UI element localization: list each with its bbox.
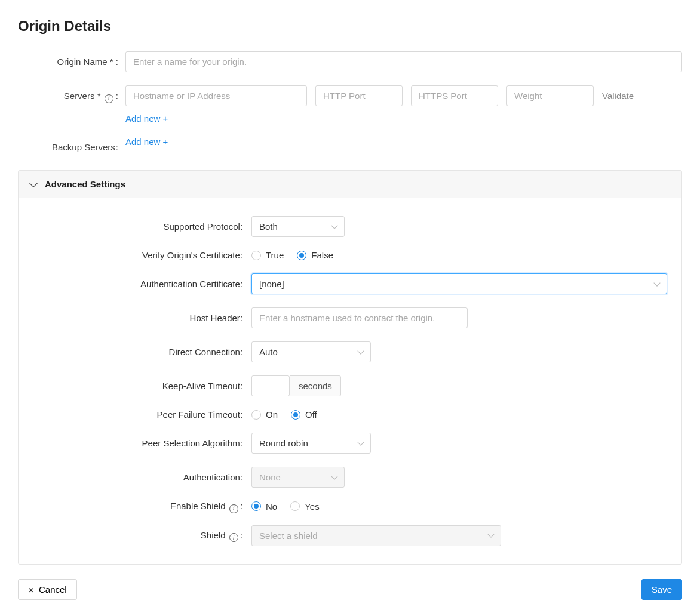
origin-name-label: Origin Name :: [18, 51, 125, 67]
supported-protocol-select[interactable]: Both: [251, 216, 345, 237]
host-header-input[interactable]: [251, 307, 468, 328]
peer-selection-label: Peer Selection Algorithm: [30, 438, 251, 448]
keep-alive-input[interactable]: [251, 375, 290, 396]
servers-label: Servers i :: [18, 85, 125, 102]
verify-cert-true-radio[interactable]: True: [251, 250, 284, 260]
validate-link[interactable]: Validate: [602, 91, 634, 101]
keep-alive-label: Keep-Alive Timeout: [30, 381, 251, 391]
info-icon[interactable]: i: [229, 533, 238, 542]
chevron-down-icon: [357, 439, 364, 445]
authentication-select[interactable]: None: [251, 467, 345, 488]
origin-name-input[interactable]: [125, 51, 682, 72]
page-title: Origin Details: [18, 18, 682, 35]
server-weight-input[interactable]: [506, 85, 594, 106]
footer-actions: Cancel Save: [18, 579, 682, 600]
enable-shield-label: Enable Shield i :: [30, 501, 251, 512]
chevron-down-icon: [331, 222, 337, 229]
chevron-down-icon: [331, 473, 337, 479]
authentication-label: Authentication: [30, 472, 251, 482]
add-backup-server-link[interactable]: Add new +: [125, 137, 168, 147]
server-entry: Validate: [125, 85, 682, 106]
peer-failure-on-radio[interactable]: On: [251, 409, 278, 420]
auth-cert-label: Authentication Certificate: [30, 279, 251, 289]
supported-protocol-label: Supported Protocol: [30, 221, 251, 232]
advanced-settings-toggle[interactable]: Advanced Settings: [19, 171, 681, 198]
info-icon[interactable]: i: [229, 504, 238, 513]
save-button[interactable]: Save: [641, 579, 682, 600]
servers-row: Servers i : Validate Add new +: [18, 85, 682, 124]
peer-selection-select[interactable]: Round robin: [251, 433, 371, 454]
advanced-settings-panel: Advanced Settings Supported Protocol Bot…: [18, 170, 682, 565]
verify-cert-label: Verify Origin's Certificate: [30, 250, 251, 260]
verify-cert-radio-group: True False: [251, 250, 333, 260]
backup-servers-row: Backup Servers Add new +: [18, 137, 682, 152]
direct-connection-label: Direct Connection: [30, 347, 251, 357]
chevron-down-icon: [487, 531, 494, 537]
chevron-down-icon: [357, 347, 364, 354]
chevron-down-icon: [29, 178, 38, 187]
cancel-button[interactable]: Cancel: [18, 579, 77, 600]
peer-failure-label: Peer Failure Timeout: [30, 409, 251, 420]
verify-cert-false-radio[interactable]: False: [297, 250, 333, 260]
keep-alive-group: seconds: [251, 375, 341, 396]
close-icon: [28, 584, 34, 594]
server-https-port-input[interactable]: [411, 85, 498, 106]
origin-name-row: Origin Name :: [18, 51, 682, 72]
shield-select[interactable]: Select a shield: [251, 525, 501, 546]
advanced-settings-title: Advanced Settings: [45, 179, 125, 189]
shield-label: Shield i :: [30, 530, 251, 541]
direct-connection-select[interactable]: Auto: [251, 341, 371, 362]
enable-shield-no-radio[interactable]: No: [251, 501, 277, 512]
peer-failure-off-radio[interactable]: Off: [291, 409, 317, 420]
server-http-port-input[interactable]: [315, 85, 403, 106]
chevron-down-icon: [653, 279, 660, 286]
server-hostname-input[interactable]: [125, 85, 307, 106]
auth-cert-select[interactable]: [none]: [251, 273, 667, 294]
info-icon[interactable]: i: [105, 94, 113, 103]
enable-shield-radio-group: No Yes: [251, 501, 320, 512]
host-header-label: Host Header: [30, 313, 251, 323]
backup-servers-label: Backup Servers: [18, 137, 125, 152]
keep-alive-unit: seconds: [290, 375, 341, 396]
peer-failure-radio-group: On Off: [251, 409, 317, 420]
enable-shield-yes-radio[interactable]: Yes: [290, 501, 319, 512]
add-server-link[interactable]: Add new +: [125, 113, 168, 124]
